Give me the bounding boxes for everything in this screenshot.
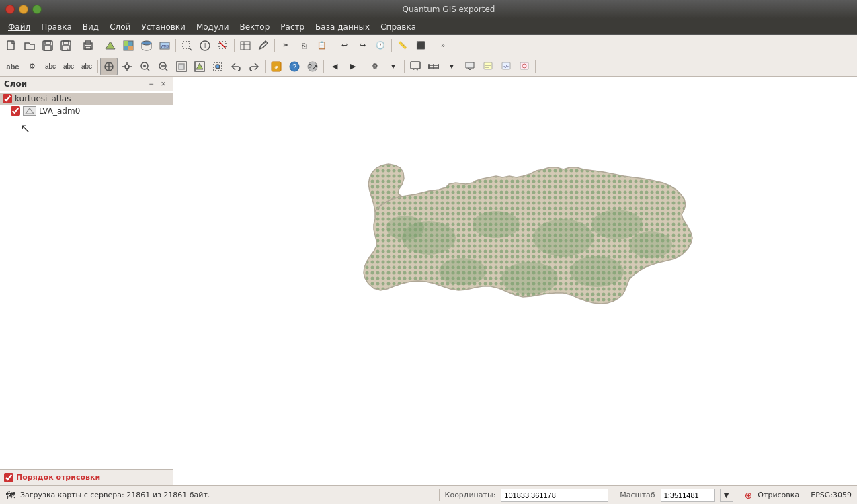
label-options-button[interactable]: abc bbox=[42, 58, 59, 75]
zoom-to-layer-button[interactable] bbox=[191, 58, 208, 75]
svg-point-72 bbox=[386, 216, 424, 240]
render-order-label[interactable]: Порядок отрисовки bbox=[16, 473, 100, 482]
menu-view[interactable]: Вид bbox=[77, 21, 104, 33]
coordinates-input[interactable] bbox=[501, 489, 608, 502]
tooltip-tool-button[interactable] bbox=[461, 58, 479, 75]
svg-text:?: ? bbox=[292, 63, 296, 71]
undo-button[interactable]: ↩ bbox=[335, 37, 353, 54]
deselect-all-button[interactable] bbox=[214, 37, 232, 54]
menu-raster[interactable]: Растр bbox=[275, 21, 310, 33]
add-postgis-layer-button[interactable] bbox=[138, 37, 155, 54]
layer-type-icon bbox=[23, 106, 36, 116]
svg-text:WMS: WMS bbox=[161, 44, 169, 48]
add-wms-layer-button[interactable]: WMS bbox=[156, 37, 173, 54]
scale-input[interactable] bbox=[661, 489, 715, 502]
decorations-dropdown[interactable]: ▼ bbox=[443, 58, 460, 75]
svg-annotation-button[interactable] bbox=[516, 58, 533, 75]
menu-plugins[interactable]: Модули bbox=[191, 21, 235, 33]
start-editing-button[interactable] bbox=[255, 37, 272, 54]
svg-rect-13 bbox=[124, 41, 128, 46]
label-toolbar: abc ⚙ abc abc abc ⊕ ? ?↗ ◀ ▶ ⚙ ▼ bbox=[0, 56, 857, 77]
add-vector-layer-button[interactable] bbox=[101, 37, 119, 54]
select-by-rect-button[interactable] bbox=[178, 37, 196, 54]
menu-file[interactable]: Файл bbox=[3, 21, 36, 33]
html-annotation-button[interactable]: </> bbox=[497, 58, 515, 75]
tile-cache-button[interactable]: ⊕ bbox=[268, 58, 285, 75]
open-project-button[interactable] bbox=[21, 37, 38, 54]
close-button[interactable] bbox=[5, 5, 15, 14]
save-as-button[interactable]: + bbox=[57, 37, 75, 54]
label-move-button[interactable]: abc bbox=[60, 58, 77, 75]
add-raster-layer-button[interactable] bbox=[120, 37, 137, 54]
svg-text:+: + bbox=[67, 47, 69, 51]
layer-item-checkbox[interactable] bbox=[11, 106, 20, 116]
svg-text:?↗: ?↗ bbox=[308, 63, 317, 71]
menu-edit[interactable]: Правка bbox=[36, 21, 77, 33]
minimize-button[interactable] bbox=[19, 5, 28, 14]
render-order-checkbox[interactable] bbox=[4, 473, 13, 482]
coords-label: Координаты: bbox=[445, 491, 496, 499]
layer-item-label: LVA_adm0 bbox=[39, 106, 80, 116]
layers-panel-close[interactable]: × bbox=[158, 79, 169, 89]
svg-text:i: i bbox=[204, 42, 206, 50]
measure-button[interactable]: 📏 bbox=[394, 37, 411, 54]
svg-text:⊕: ⊕ bbox=[274, 65, 279, 71]
annotation-text-button[interactable] bbox=[479, 58, 497, 75]
zoom-in-button[interactable] bbox=[136, 58, 154, 75]
paste-features-button[interactable]: 📋 bbox=[313, 37, 331, 54]
history-button[interactable]: 🕐 bbox=[372, 37, 389, 54]
svg-point-66 bbox=[473, 211, 520, 238]
map-canvas[interactable] bbox=[173, 77, 857, 485]
identify-button[interactable]: i bbox=[196, 37, 214, 54]
cut-features-button[interactable]: ✂ bbox=[277, 37, 294, 54]
menu-help[interactable]: Справка bbox=[375, 21, 421, 33]
settings-gear-dropdown[interactable]: ▼ bbox=[384, 58, 402, 75]
layers-panel-title: Слои bbox=[4, 79, 27, 89]
zoom-to-selection-button[interactable] bbox=[209, 58, 227, 75]
help-button[interactable]: ? bbox=[286, 58, 303, 75]
svg-rect-55 bbox=[484, 62, 492, 69]
menubar: Файл Правка Вид Слой Установки Модули Ве… bbox=[0, 19, 857, 35]
pan-map-button[interactable] bbox=[100, 58, 118, 75]
main-area: Слои − × kurtuesi_atlas LVA_adm0 ↖ bbox=[0, 77, 857, 485]
layer-group-kurtuesi[interactable]: kurtuesi_atlas bbox=[0, 93, 173, 105]
maximize-button[interactable] bbox=[32, 5, 42, 14]
svg-line-32 bbox=[147, 68, 149, 71]
zoom-last-button[interactable] bbox=[227, 58, 245, 75]
layer-item-lva[interactable]: LVA_adm0 bbox=[0, 105, 173, 117]
latvia-map-svg bbox=[294, 103, 799, 439]
print-composer-button[interactable] bbox=[79, 37, 97, 54]
scale-bar-button[interactable] bbox=[425, 58, 442, 75]
menu-layer[interactable]: Слой bbox=[104, 21, 136, 33]
menu-settings[interactable]: Установки bbox=[136, 21, 191, 33]
label-rotate-button[interactable]: abc bbox=[78, 58, 95, 75]
measure-area-button[interactable]: ⬛ bbox=[412, 37, 430, 54]
menu-vector[interactable]: Вектор bbox=[234, 21, 275, 33]
svg-rect-5 bbox=[63, 41, 69, 44]
next-extent-button[interactable]: ▶ bbox=[344, 58, 362, 75]
layers-panel-minimize[interactable]: − bbox=[146, 79, 157, 89]
svg-marker-11 bbox=[106, 42, 115, 49]
toolbar-more-button[interactable]: » bbox=[434, 37, 452, 54]
pan-to-selection-button[interactable] bbox=[118, 58, 136, 75]
label-tool-button[interactable]: abc bbox=[3, 58, 23, 75]
scale-dropdown[interactable]: ▼ bbox=[720, 489, 733, 502]
annotations-button[interactable] bbox=[407, 58, 424, 75]
whats-this-button[interactable]: ?↗ bbox=[304, 58, 321, 75]
toolbar-sep-6 bbox=[333, 39, 333, 52]
svg-marker-41 bbox=[196, 63, 203, 69]
zoom-next-button[interactable] bbox=[245, 58, 263, 75]
redo-button[interactable]: ↪ bbox=[354, 37, 371, 54]
open-attribute-table-button[interactable] bbox=[237, 37, 254, 54]
layer-properties-button[interactable]: ⚙ bbox=[24, 58, 41, 75]
copy-features-button[interactable]: ⎘ bbox=[295, 37, 313, 54]
settings-gear-button[interactable]: ⚙ bbox=[366, 58, 384, 75]
save-project-button[interactable] bbox=[39, 37, 56, 54]
svg-rect-2 bbox=[45, 41, 50, 44]
menu-database[interactable]: База данных bbox=[310, 21, 375, 33]
layer-group-checkbox[interactable] bbox=[3, 94, 12, 103]
zoom-out-button[interactable] bbox=[155, 58, 172, 75]
prev-extent-button[interactable]: ◀ bbox=[326, 58, 343, 75]
new-project-button[interactable] bbox=[3, 37, 20, 54]
zoom-full-button[interactable] bbox=[173, 58, 190, 75]
